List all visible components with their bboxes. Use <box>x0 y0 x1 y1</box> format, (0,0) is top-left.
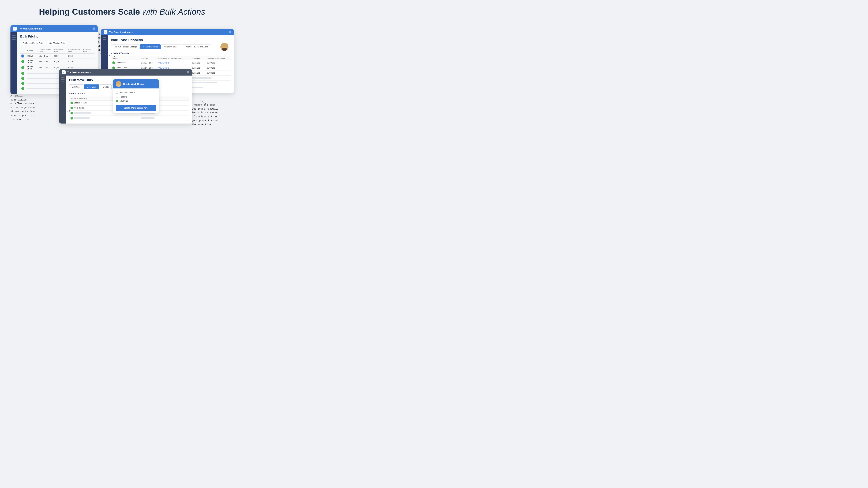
tenant-icon <box>112 61 115 64</box>
tenant-icon <box>70 101 73 104</box>
set-effective-date-button[interactable]: Set Effective Date <box>47 41 67 45</box>
placeholder <box>141 117 155 119</box>
row-rooms: 1 bd / 1 ba <box>37 54 53 59</box>
deadline-cell: 09/30/2024 <box>206 65 230 70</box>
tab-prepare-review-send[interactable]: Prepare, Review, and Send <box>182 44 211 49</box>
view-details-link[interactable]: View Details <box>158 67 169 69</box>
row-future: - <box>82 54 95 59</box>
col-future-rent: Future Market Rent <box>67 48 82 54</box>
row-current: $1,950 <box>53 59 67 65</box>
col-effective-date: Effective Date <box>82 48 95 54</box>
modal-close-button[interactable]: × <box>155 82 156 86</box>
row-current: $950 <box>53 54 67 59</box>
pricing-btn-row: Set Future Market Rate Set Effective Dat… <box>20 41 95 45</box>
row-future: - <box>82 59 95 65</box>
view-details-link[interactable]: View Details <box>158 62 169 64</box>
moveouts-window-title: The Oaks Apartments <box>67 71 185 73</box>
row-rooms: 4 bd / 2 ba <box>37 65 53 71</box>
tab-move-units[interactable]: Move Units <box>84 85 99 89</box>
sidebar-dot <box>12 34 16 34</box>
bottom-left-text: A single,centralizedworkflow to moveout … <box>10 94 37 121</box>
title-italic: with Bulk Actions <box>142 7 205 17</box>
row-status-icon <box>21 87 24 90</box>
sidebar-dot <box>61 81 65 82</box>
checkbox-cleaning[interactable] <box>116 100 118 102</box>
row-name: / 1Bath <box>26 54 37 59</box>
set-future-market-rate-button[interactable]: Set Future Market Rate <box>20 41 45 45</box>
deadline-cell: 09/30/2024 <box>206 70 230 75</box>
moveouts-sidebar <box>59 75 66 124</box>
start-date-cell: 08/15/2024 <box>190 60 206 65</box>
tab-renewal-package-settings[interactable]: Renewal Package Settings <box>111 44 140 49</box>
pricing-titlebar: a The Oaks Apartments <box>10 25 98 32</box>
sidebar-dot <box>12 37 16 38</box>
checkbox-painting[interactable] <box>116 96 118 98</box>
renewals-page-title: Bulk Lease Renewals <box>111 38 230 42</box>
renewals-tabs: Renewal Package Settings Renewal Options… <box>111 44 230 49</box>
moveouts-window-controls[interactable] <box>187 71 189 73</box>
table-row: / 1Bath 1 bd / 1 ba $950 $950 - <box>20 54 95 59</box>
modal-header: Create Work Orders × <box>113 80 159 88</box>
col-deadline: Deadline to Respond <box>206 56 230 60</box>
modal-avatar <box>116 81 121 87</box>
table-row: Fred Walker Unit 67 / 2 bd View Details … <box>111 60 230 65</box>
app-logo-pricing: a <box>13 27 17 31</box>
main-layout: a The Oaks Apartments Bulk Pricing Set F… <box>10 25 234 133</box>
pricing-page-title: Bulk Pricing <box>20 35 95 38</box>
pricing-window-title: The Oaks Apartments <box>19 27 91 30</box>
page-header: Helping Customers Scale with Bulk Action… <box>10 7 234 17</box>
col-renewal-doc: Renewal Package Document <box>157 56 190 60</box>
sidebar-dot <box>61 77 65 78</box>
bottom-left-annotation: A single,centralizedworkflow to moveout … <box>10 94 51 121</box>
avatar-face <box>220 43 228 51</box>
deadline-cell: 09/30/2024 <box>206 60 230 65</box>
row-status-icon <box>21 60 24 63</box>
bottom-right-text: Prepare and sendout lease renewalsfor a … <box>192 104 218 126</box>
modal-box: Create Work Orders × Initial Inspection … <box>113 80 159 113</box>
row-status-icon <box>21 82 24 85</box>
sidebar-dot <box>61 79 65 80</box>
modal-item-painting: Painting <box>116 95 156 99</box>
unit-cell: Unit 67 / 2 bd <box>140 60 157 65</box>
bulk-moveouts-window: a The Oaks Apartments Bulk Move Outs Set… <box>59 69 192 124</box>
tab-renewal-options[interactable]: Renewal Options <box>140 44 161 49</box>
modal-avatar-inner <box>116 81 121 87</box>
title-bold: Helping Customers Scale <box>39 7 140 17</box>
renewals-window-title: The Oaks Apartments <box>109 31 227 33</box>
row-status-icon <box>21 72 24 75</box>
row-status-icon <box>21 77 24 80</box>
create-work-orders-button[interactable]: Create Work Orders for 4 <box>116 105 156 111</box>
renewals-window-controls[interactable] <box>229 31 231 33</box>
app-logo-renewals: a <box>103 30 107 34</box>
row-status-icon <box>21 66 24 69</box>
page-title: Helping Customers Scale with Bulk Action… <box>10 7 234 17</box>
pricing-window-controls[interactable] <box>93 27 95 30</box>
placeholder <box>74 112 91 114</box>
user-avatar <box>220 42 229 51</box>
col-unit-bed: Unit/Bed <box>140 56 157 60</box>
col-rooms: Rooms <box>26 48 37 54</box>
col-current-rent: Current Market Rent <box>37 48 53 54</box>
start-date-cell: 08/15/2024 <box>190 70 206 75</box>
moveouts-titlebar: a The Oaks Apartments <box>59 69 192 75</box>
bottom-right-annotation: Prepare and sendout lease renewalsfor a … <box>192 103 232 126</box>
col-icon <box>20 48 26 54</box>
sidebar-dot <box>102 39 106 40</box>
row-status-icon <box>21 55 24 58</box>
row-rooms: 2 bd / 2 ba <box>37 59 53 65</box>
tab-set-dates[interactable]: Set Dates <box>69 85 83 89</box>
sidebar-dot <box>12 35 16 36</box>
tab-credits[interactable]: Credits <box>100 85 112 89</box>
tenant-icon <box>70 117 73 120</box>
tab-monthly-charges[interactable]: Monthly Charges <box>161 44 181 49</box>
modal-item-cleaning: Cleaning <box>116 99 156 103</box>
sidebar-dot <box>12 41 16 41</box>
pricing-sidebar <box>10 32 17 94</box>
renewals-titlebar: a The Oaks Apartments <box>101 29 234 35</box>
checkbox-inspection[interactable] <box>116 91 118 94</box>
row-name: 2Bed / 2Bath <box>26 59 37 65</box>
renewals-table-header: Tenant Unit/Bed Renewal Package Document… <box>111 56 230 60</box>
table-row: 2Bed / 2Bath 2 bd / 2 ba $1,950 $1,950 - <box>20 59 95 65</box>
col-tenant: Tenant <box>111 56 140 60</box>
sidebar-dot <box>12 39 16 40</box>
